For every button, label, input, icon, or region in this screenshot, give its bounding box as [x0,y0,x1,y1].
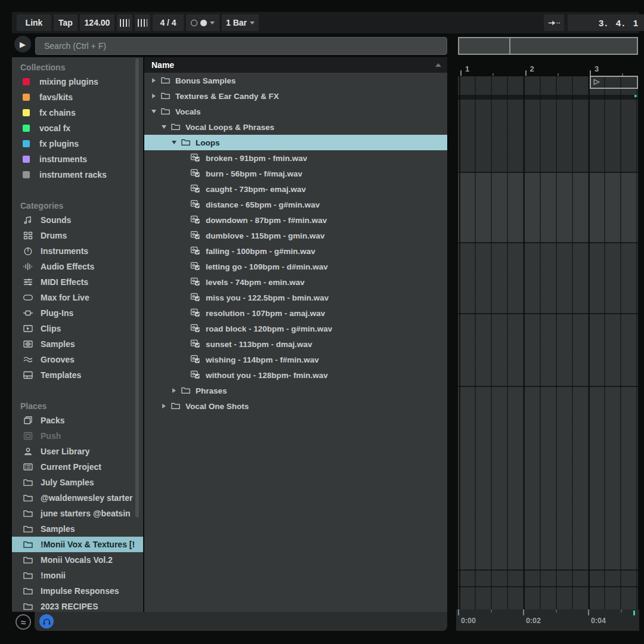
tree-file-miss-you-122-5bpm-bmin-wav[interactable]: miss you - 122.5bpm - bmin.wav [144,290,447,305]
tree-file-resolution-107bpm-amaj-wav[interactable]: resolution - 107bpm - amaj.wav [144,305,447,321]
place-item-monii[interactable]: !monii [12,568,143,583]
tree-file-road-block-120bpm-g-min-wav[interactable]: road block - 120bpm - g#min.wav [144,321,447,336]
nudge-up-button[interactable] [135,14,150,31]
folder-icon [23,493,33,503]
category-item-plug-ins[interactable]: Plug-Ins [12,305,143,321]
collection-item-mixing-plugins[interactable]: mixing plugins [12,74,143,89]
collection-item-fx-chains[interactable]: fx chains [12,105,143,120]
place-item-july-samples[interactable]: July Samples [12,475,143,490]
folder-icon [160,91,172,101]
groove-pool-button[interactable]: ≈ [16,614,31,630]
place-item-impulse-responses[interactable]: Impulse Responses [12,583,143,599]
tree-folder-phrases[interactable]: Phrases [144,383,447,398]
tree-file-distance-65bpm-g-min-wav[interactable]: distance - 65bpm - g#min.wav [144,197,447,212]
place-item-monii-vox-textures[interactable]: !Monii Vox & Textures [! [12,537,143,552]
sample-file-icon [190,261,202,272]
tree-file-broken-91bpm-fmin-wav[interactable]: broken - 91bpm - fmin.wav [144,150,447,166]
tree-file-sunset-113bpm-dmaj-wav[interactable]: sunset - 113bpm - dmaj.wav [144,336,447,352]
preview-headphones-button[interactable] [39,614,54,628]
collection-item-instrument-racks[interactable]: instrument racks [12,167,143,182]
expander-closed-icon[interactable] [159,404,169,408]
tree-folder-vocal-one-shots[interactable]: Vocal One Shots [144,398,447,414]
place-item-waldenwesley-starter[interactable]: @waldenwesley starter [12,490,143,506]
category-item-audio-effects[interactable]: Audio Effects [12,259,143,274]
expander-closed-icon[interactable] [169,388,179,393]
place-item-current-project[interactable]: Current Project [12,459,143,475]
category-item-samples[interactable]: Samples [12,336,143,352]
tree-item-label: Vocal One Shots [185,402,249,411]
tree-folder-textures-ear-candy-fx[interactable]: Textures & Ear Candy & FX [144,88,447,104]
time-signature-field[interactable]: 4 / 4 [153,14,184,31]
collection-item-instruments[interactable]: instruments [12,151,143,167]
nudge-down-button[interactable] [117,14,132,31]
expander-open-icon[interactable] [159,125,169,129]
time-ruler[interactable] [456,609,639,631]
arrangement-start-marker[interactable] [590,76,638,89]
sample-file-icon [190,168,202,179]
category-item-grooves[interactable]: Grooves [12,352,143,367]
sample-file-icon [190,323,202,334]
expander-closed-icon[interactable] [149,94,159,98]
item-label: june starters @beatsin [41,509,131,518]
tempo-field[interactable]: 124.00 [80,14,114,31]
category-item-templates[interactable]: Templates [12,367,143,383]
tree-file-downdown-87bpm-f-min-wav[interactable]: downdown - 87bpm - f#min.wav [144,212,447,228]
place-item-samples[interactable]: Samples [12,521,143,537]
folder-icon [23,601,33,612]
instruments-icon [23,246,33,256]
place-item-2023-recipes[interactable]: 2023 RECIPES [12,599,143,612]
category-item-max-for-live[interactable]: Max for Live [12,290,143,305]
place-item-packs[interactable]: Packs [12,413,143,428]
place-item-user-library[interactable]: User Library [12,444,143,459]
half-bar-tick [493,73,494,76]
place-item-monii-vocals-vol-2[interactable]: Monii Vocals Vol.2 [12,552,143,568]
collection-color-swatch [23,140,30,147]
place-item-june-starters-beatsin[interactable]: june starters @beatsin [12,506,143,521]
category-item-instruments[interactable]: Instruments [12,243,143,259]
search-input[interactable] [36,38,447,54]
tree-file-levels-74bpm-emin-wav[interactable]: levels - 74bpm - emin.wav [144,274,447,290]
tree-file-letting-go-109bpm-d-min-wav[interactable]: letting go - 109bpm - d#min.wav [144,259,447,274]
arrangement-position-display[interactable]: 3. 4. 1 [568,14,644,31]
metronome-button[interactable] [186,14,219,31]
category-item-drums[interactable]: Drums [12,228,143,243]
arrangement-overview[interactable] [458,37,638,55]
expander-open-icon[interactable] [149,110,159,113]
expander-closed-icon[interactable] [149,78,159,83]
link-button[interactable]: Link [17,14,51,31]
category-item-midi-effects[interactable]: MIDI Effects [12,274,143,290]
collection-item-vocal-fx[interactable]: vocal fx [12,120,143,136]
tree-file-without-you-128bpm-fmin-wav[interactable]: without you - 128bpm- fmin.wav [144,367,447,383]
collection-item-fx-plugins[interactable]: fx plugins [12,136,143,151]
sidebar-scrollbar[interactable] [135,58,139,518]
collection-item-favs-kits[interactable]: favs/kits [12,89,143,105]
item-label: instruments [39,154,87,164]
follow-arrow-icon [547,19,561,27]
samples-icon [23,339,33,349]
tree-file-caught-73bpm-emaj-wav[interactable]: caught - 73bpm- emaj.wav [144,181,447,197]
item-label: July Samples [41,478,94,487]
follow-button[interactable] [544,14,564,31]
place-item-push[interactable]: Push [12,428,143,444]
tree-file-falling-100bpm-g-min-wav[interactable]: falling - 100bpm - g#min.wav [144,243,447,259]
tap-tempo-button[interactable]: Tap [54,14,78,31]
tree-file-dumblove-115bpm-gmin-wav[interactable]: dumblove - 115bpm - gmin.wav [144,228,447,243]
tree-folder-vocal-loops-phrases[interactable]: Vocal Loops & Phrases [144,119,447,135]
browser-preview-play-button[interactable]: ▶ [14,36,31,52]
quantize-menu[interactable]: 1 Bar [222,14,259,31]
category-item-clips[interactable]: Clips [12,321,143,336]
nudge-bars-icon [138,19,147,27]
tree-file-wishing-114bpm-f-min-wav[interactable]: wishing - 114bpm - f#min.wav [144,352,447,367]
tree-folder-bonus-samples[interactable]: Bonus Samples [144,73,447,88]
file-tree: Bonus SamplesTextures & Ear Candy & FXVo… [144,73,447,414]
bar-tick [460,70,462,76]
category-item-sounds[interactable]: Sounds [12,212,143,228]
time-accent-tick [633,611,635,615]
tree-folder-vocals[interactable]: Vocals [144,104,447,119]
tree-folder-loops[interactable]: Loops [144,135,447,150]
folder-icon [170,401,182,411]
name-column-header[interactable]: Name [144,57,447,73]
expander-open-icon[interactable] [169,141,179,144]
tree-file-burn-56bpm-f-maj-wav[interactable]: burn - 56bpm - f#maj.wav [144,166,447,181]
time-tick [588,609,589,615]
